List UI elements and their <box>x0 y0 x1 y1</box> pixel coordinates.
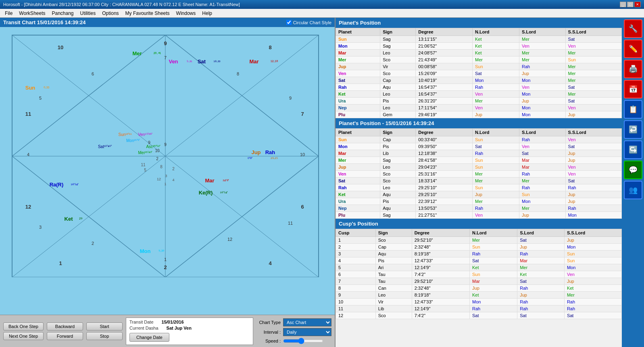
sign-cell: Aqu <box>380 205 416 212</box>
planet-cell: Jup <box>336 63 380 70</box>
sub-house-4: 4 <box>172 178 174 182</box>
menu-utilities[interactable]: Utilities <box>77 10 99 17</box>
sign-cell: Sco <box>375 237 412 244</box>
nlord-cell: Sat <box>473 143 519 150</box>
table-row: 8 Can 2:32'48" Jup Rah Ket <box>336 285 622 292</box>
back-one-step-button[interactable]: Back One Step <box>3 322 44 330</box>
startstop-buttons: Start Stop <box>86 322 123 340</box>
table-row: 1 Sco 29:52'10" Mer Sat Jup <box>336 237 622 244</box>
sign-cell: Leo <box>380 164 416 171</box>
natal-table-body: Sun Sag 13:11'15" Ket Mer Sat Mon Sag 21… <box>336 36 622 118</box>
table-row: Sun Sag 13:11'15" Ket Mer Sat <box>336 36 622 43</box>
slord-cell: Rah <box>517 299 565 305</box>
nlord-cell: Rah <box>473 84 519 91</box>
planet-cell: Ket <box>336 91 380 98</box>
menu-panchang[interactable]: Panchang <box>48 10 77 17</box>
house-4-num: 4 <box>27 152 29 157</box>
table-row: Nep Aqu 13:50'53" Rah Mer Rah <box>336 205 622 212</box>
sslord-cell: Sat <box>565 143 621 150</box>
start-button[interactable]: Start <box>86 322 123 330</box>
nlord-cell: Sun <box>470 244 517 251</box>
outer-house-9: 9 <box>164 40 167 46</box>
minimize-button[interactable]: _ <box>620 2 626 7</box>
planet-cell: Ura <box>336 198 380 205</box>
window-controls[interactable]: _ □ ✕ <box>620 2 641 7</box>
outer-house-8: 8 <box>269 44 271 50</box>
circular-style-option[interactable]: Circular Chart Style <box>286 20 331 25</box>
th3-nlord: N.Lord <box>470 229 517 237</box>
tools-btn-4[interactable]: 📅 <box>624 80 642 98</box>
tools-btn-2[interactable]: ✏️ <box>624 40 642 58</box>
nlord-cell: Mon <box>473 77 519 84</box>
tools-btn-8[interactable]: 💬 <box>624 161 642 179</box>
degree-cell: 25:31'16" <box>416 171 473 178</box>
speed-slider[interactable] <box>283 338 323 344</box>
tools-btn-1[interactable]: 🔧 <box>624 19 642 38</box>
table-row: 2 Cap 2:32'48" Sun Jup Mon <box>336 244 622 251</box>
cusp-cell: 7 <box>336 278 376 285</box>
table-row: Mer Sco 21:43'49" Mer Mer Sun <box>336 56 622 63</box>
nlord-cell: Sat <box>470 312 517 319</box>
sign-cell: Cap <box>375 244 412 251</box>
nlord-cell: Ven <box>473 212 519 219</box>
menu-help[interactable]: Help <box>199 10 215 17</box>
outer-house-11: 11 <box>25 111 31 117</box>
degree-cell: 28:41'58" <box>416 157 473 164</box>
table-row: Plu Sag 21:27'51" Ven Jup Mon <box>336 212 622 219</box>
slord-cell: Jup <box>517 244 565 251</box>
inner-house-left: 9 <box>164 142 167 147</box>
interval-select[interactable]: Daily Weekly Monthly <box>283 328 331 336</box>
sslord-cell: Rah <box>565 205 621 212</box>
backward-button[interactable]: Backward <box>47 322 83 330</box>
menu-options[interactable]: Options <box>99 10 122 17</box>
th-sign: Sign <box>380 28 416 36</box>
nlord-cell: Mer <box>473 98 519 105</box>
forward-button[interactable]: Forward <box>47 332 83 340</box>
circular-style-checkbox[interactable] <box>286 20 292 25</box>
sign-cell: Tau <box>375 271 412 278</box>
transit-date-value: 15/01/2016 <box>162 320 184 324</box>
chart-mar-house3-deg: ²⁴'⁸' <box>223 179 229 183</box>
natal-table-header-row: Planet Sign Degree N.Lord S.Lord S.S.Lor… <box>336 28 622 36</box>
sslord-cell: Rah <box>564 299 621 305</box>
menu-worksheets[interactable]: WorkSheets <box>16 10 48 17</box>
sslord-cell: Mer <box>565 91 621 98</box>
table-row: Mer Sag 28:41'58" Sun Mar Jup <box>336 157 622 164</box>
sign-cell: Vir <box>380 63 416 70</box>
sign-cell: Lib <box>380 150 416 157</box>
chart-mar-natal: Mar <box>249 59 258 65</box>
menu-file[interactable]: File <box>2 10 16 17</box>
sslord-cell: Ven <box>565 105 621 111</box>
sslord-cell: Ven <box>565 43 621 50</box>
close-button[interactable]: ✕ <box>634 2 641 7</box>
chart-type-select[interactable]: Asc Chart Moon Chart Sun Chart <box>283 318 331 326</box>
inner-house-10: 10 <box>155 148 160 153</box>
chart-sat-natal-deg: ¹⁸·³³ <box>214 60 221 64</box>
degree-cell: 29:25'10" <box>416 184 473 191</box>
planet-cell: Ven <box>336 70 380 77</box>
sign-cell: Cap <box>380 136 416 143</box>
tools-btn-6[interactable]: ↩️ <box>624 120 642 139</box>
tools-btn-7[interactable]: ↪️ <box>624 140 642 159</box>
change-date-button[interactable]: Change Date <box>129 333 169 342</box>
chart-rah-natal: Ra(R) <box>50 182 64 188</box>
current-dasha-row: Current Dasha Sat Jup Ven <box>129 326 250 330</box>
stop-button[interactable]: Stop <box>86 332 123 340</box>
tools-btn-3[interactable]: 🖨️ <box>624 60 642 78</box>
center-mon: Mon²¹'⁶' <box>126 138 140 143</box>
th2-slord: S.Lord <box>519 129 566 136</box>
degree-cell: 26:31'20" <box>416 98 473 105</box>
maximize-button[interactable]: □ <box>627 2 634 7</box>
menu-favourite[interactable]: My Favourite Sheets <box>122 10 173 17</box>
th3-slord: S.Lord <box>517 229 565 237</box>
next-one-step-button[interactable]: Next One Step <box>3 332 44 340</box>
planet-cell: Rah <box>336 184 380 191</box>
menu-windows[interactable]: Windows <box>173 10 199 17</box>
cusp-cell: 12 <box>336 312 376 319</box>
tools-btn-9[interactable]: 👥 <box>624 181 642 199</box>
sslord-cell: Mer <box>565 70 621 77</box>
current-dasha-value: Sat Jup Ven <box>167 326 192 330</box>
sub-house-1: 1 <box>164 182 166 186</box>
center-sat: Sat¹⁰'⁴⁰' <box>98 144 112 149</box>
tools-btn-5[interactable]: 📋 <box>624 100 642 119</box>
